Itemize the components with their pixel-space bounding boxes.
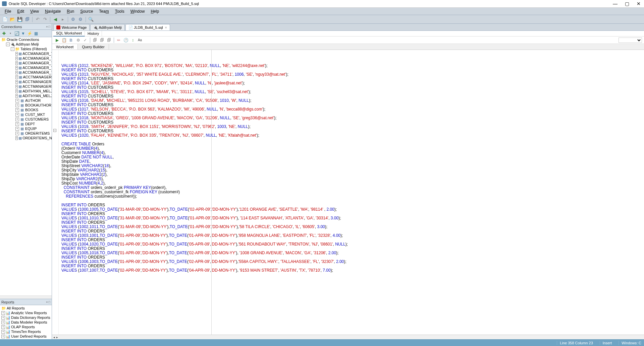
table-node[interactable]: +▦BOOKS (0, 108, 52, 112)
tab-sqlfile[interactable]: 📄 JLDB_Build_5.sql × (125, 24, 170, 30)
expand-icon[interactable]: + (15, 71, 18, 74)
code-line[interactable]: VALUES (1013, 'NGUYEN', 'NICHOLAS', '357… (61, 72, 644, 77)
expand-icon[interactable]: + (1, 311, 5, 315)
save-button[interactable]: 💾 (17, 16, 23, 22)
code-line[interactable]: ShipStreet VARCHAR2(18), (61, 164, 644, 168)
code-line[interactable]: VALUES (1004,1020,TO_DATE('01-APR-09','D… (61, 242, 644, 247)
code-line[interactable]: VALUES (1019, 'SMITH', 'JENNIFER', 'P.O.… (61, 125, 644, 129)
report-node[interactable]: +📊User Defined Reports (0, 334, 52, 339)
expand-icon[interactable]: + (15, 127, 19, 131)
table-node[interactable]: +▦CUST_MKT (0, 112, 52, 117)
autotrace-button[interactable]: ⚙ (75, 37, 81, 43)
connection-node[interactable]: Adithyan Melji (16, 42, 39, 46)
code-line[interactable]: VALUES (1018, 'MONTIASA', 'GREG', '1008 … (61, 116, 644, 120)
panel-minimize-icon[interactable]: × (46, 300, 48, 304)
menu-tools[interactable]: Tools (112, 8, 127, 14)
code-line[interactable]: VALUES (1020, 'FALAH', 'KENNETH', 'P.O. … (61, 133, 644, 138)
code-line[interactable]: ShipState VARCHAR2(2), (61, 172, 644, 177)
table-node[interactable]: +▦AUTHOR (0, 98, 52, 103)
subtab-history[interactable]: History (85, 31, 102, 36)
table-node[interactable]: +▦ACCMANAGER_TAB (0, 70, 52, 75)
wstab-worksheet[interactable]: Worksheet (52, 44, 78, 50)
table-node[interactable]: +▦ACCMANAGER_TAB (0, 56, 52, 61)
binoculars-icon[interactable]: 🔍 (88, 16, 94, 22)
expand-icon[interactable]: + (15, 61, 18, 65)
menu-view[interactable]: View (28, 8, 42, 14)
run-button[interactable]: ▶ (54, 37, 60, 43)
tns-icon[interactable]: ⚡ (27, 31, 32, 36)
menu-help[interactable]: Help (148, 8, 162, 14)
code-line[interactable]: VALUES (1006,1003,TO_DATE('01-APR-09','D… (61, 260, 644, 264)
table-node[interactable]: +▦BOOKAUTHOR (0, 103, 52, 108)
expand-icon[interactable]: + (1, 316, 5, 320)
refresh-icon[interactable]: 🔄 (14, 31, 19, 36)
menu-source[interactable]: Source (77, 8, 96, 14)
dropdown-icon[interactable]: ▾ (8, 31, 13, 36)
panel-restore-icon[interactable]: □ (49, 25, 50, 28)
grid-icon[interactable]: ▦ (33, 31, 39, 36)
table-node[interactable]: +▦ACCMANAGER_TAB (0, 61, 52, 65)
clock-icon[interactable]: 🕐 (123, 37, 129, 43)
wstab-querybuilder[interactable]: Query Builder (78, 44, 109, 50)
expand-icon[interactable]: + (1, 321, 5, 324)
code-line[interactable]: VALUES (1007,1007,TO_DATE('02-APR-09','D… (61, 268, 644, 273)
code-line[interactable]: VALUES (1015, 'SCHELL', 'STEVE', 'P.O. B… (61, 90, 644, 94)
sql-history-button[interactable]: 🗐 (99, 37, 105, 43)
open-button[interactable]: 📂 (9, 16, 15, 22)
sql-button[interactable]: ⚙ (70, 16, 76, 22)
save-button[interactable]: 🗐 (24, 16, 30, 22)
expand-icon[interactable]: + (15, 80, 18, 84)
clear-button[interactable]: 🗐 (92, 37, 98, 43)
undo-button[interactable]: ↶ (35, 16, 41, 22)
expand-icon[interactable]: + (15, 103, 19, 107)
expand-icon[interactable]: + (1, 330, 5, 334)
code-line[interactable]: VALUES (1003,1001,TO_DATE('01-APR-09','D… (61, 233, 644, 238)
expand-icon[interactable]: + (15, 132, 19, 135)
menu-window[interactable]: Window (128, 8, 148, 14)
code-line[interactable]: ShipZip VARCHAR2(5), (61, 177, 644, 181)
code-line[interactable]: (Order# NUMBER(4), (61, 146, 644, 151)
code-line[interactable]: ShipCity VARCHAR2(15), (61, 168, 644, 172)
expand-icon[interactable]: + (15, 118, 19, 121)
subtab-worksheet[interactable]: SQL Worksheet (53, 30, 85, 37)
eraser-icon[interactable]: ✏ (116, 37, 122, 43)
sql-tuning-button[interactable]: 🗐 (106, 37, 112, 43)
table-node[interactable]: +▦ADITHYAN_MELJIII (0, 93, 52, 98)
collapse-icon[interactable]: − (6, 43, 10, 46)
table-node[interactable]: +▦ADITHYAN_MELJI (0, 89, 52, 93)
table-node[interactable]: +▦ACCTMANAGER2 (0, 79, 52, 84)
table-node[interactable]: +▦ACCTMANAGER (0, 75, 52, 79)
format-icon[interactable]: ↕ (130, 37, 136, 43)
forward-button[interactable]: ▸ (60, 16, 66, 22)
connections-tree[interactable]: 📁Oracle Connections −🔌Adithyan Melji −📁T… (0, 37, 52, 295)
run-script-button[interactable]: 📋 (61, 37, 67, 43)
table-node[interactable]: +▦ACCTMANAGERRR (0, 84, 52, 89)
filter-icon[interactable]: ▼ (20, 31, 26, 36)
report-node[interactable]: +📊OLAP Reports (0, 325, 52, 329)
code-line[interactable]: ShipDate DATE, (61, 159, 644, 164)
oracle-connections-node[interactable]: Oracle Connections (7, 38, 39, 42)
expand-icon[interactable]: + (15, 89, 18, 93)
menu-file[interactable]: File (2, 8, 14, 14)
expand-icon[interactable]: + (1, 325, 5, 329)
expand-icon[interactable]: + (15, 52, 18, 56)
expand-icon[interactable]: + (15, 113, 19, 117)
case-icon[interactable]: Aa (137, 37, 143, 43)
expand-icon[interactable]: + (15, 108, 19, 112)
tab-connection[interactable]: 🔌 Adithyan Melji (90, 24, 124, 30)
code-line[interactable]: VALUES (1014, 'LEE', 'JASMINE', 'P.O. BO… (61, 81, 644, 85)
close-button[interactable]: ✕ (635, 1, 642, 6)
sql-button[interactable]: ⚙ (77, 16, 84, 22)
connection-dropdown[interactable] (619, 38, 642, 43)
reports-tree[interactable]: 📁All Reports+📊Analytic View Reports+📊Dat… (0, 305, 52, 339)
code-line[interactable]: VALUES (1012, 'MCKENZIE', 'WILLIAM', 'P.… (61, 64, 644, 68)
collapse-icon[interactable]: − (11, 47, 14, 51)
menu-navigate[interactable]: Navigate (42, 8, 63, 14)
table-node[interactable]: +▦EQUIP (0, 126, 52, 131)
code-editor[interactable]: − VALUES (1012, 'MCKENZIE', 'WILLIAM', '… (52, 50, 644, 335)
report-node[interactable]: +📊Data Dictionary Reports (0, 315, 52, 320)
code-line[interactable]: VALUES (1005,1018,TO_DATE('01-APR-09','D… (61, 251, 644, 255)
new-button[interactable]: 📄 (2, 16, 8, 22)
expand-icon[interactable]: + (15, 122, 19, 126)
table-node[interactable]: +▦ACCMANAGER_TAB (0, 51, 52, 56)
